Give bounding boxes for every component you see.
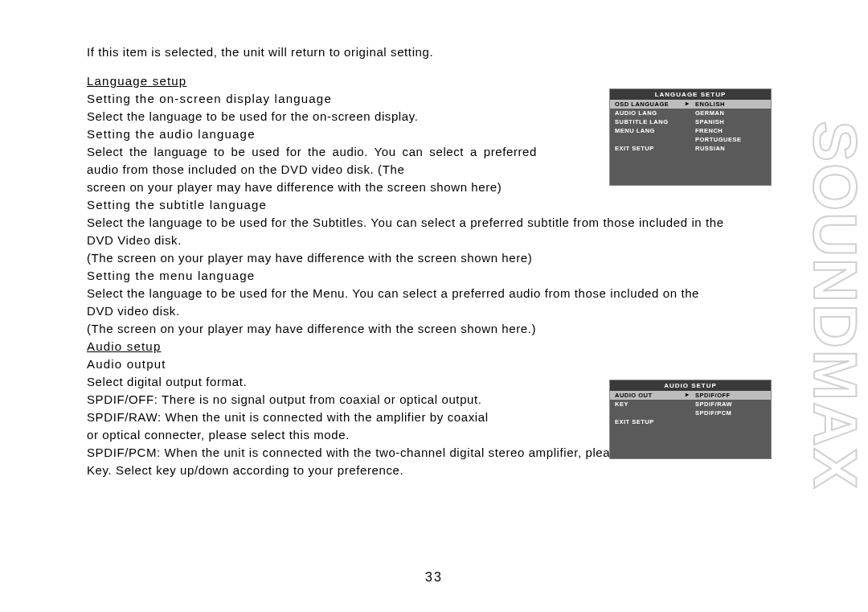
osd1-left-col: OSD LANGUAGE AUDIO LANG SUBTITLE LANG ME… xyxy=(610,100,690,153)
osd-lang-subhead: Setting the on-screen display language xyxy=(87,90,537,108)
osd2-right-col: SPDIF/OFF SPDIF/RAW SPDIF/PCM xyxy=(690,391,771,426)
audio-output-subhead: Audio output xyxy=(87,355,601,373)
audio-output-body: Select digital output format. xyxy=(87,373,601,391)
osd2-left-1: KEY xyxy=(610,400,690,409)
menu-lang-body2: (The screen on your player may have diff… xyxy=(87,320,730,338)
audio-lang-subhead: Setting the audio language xyxy=(87,125,537,143)
osd1-title: LANGUAGE SETUP xyxy=(610,89,771,100)
osd-audio-setup: AUDIO SETUP AUDIO OUT KEY EXIT SETUP SPD… xyxy=(609,380,772,459)
subtitle-lang-subhead: Setting the subtitle language xyxy=(87,196,730,214)
osd1-right-5: RUSSIAN xyxy=(690,144,771,153)
osd1-right-1: GERMAN xyxy=(690,109,771,117)
osd2-right-2: SPDIF/PCM xyxy=(690,409,771,417)
brand-logo: SOUNDMAX xyxy=(802,40,858,571)
language-setup-heading: Language setup xyxy=(87,72,730,90)
osd1-left-3: MENU LANG xyxy=(610,126,690,135)
osd1-right-3: FRENCH xyxy=(690,126,771,135)
subtitle-lang-body1: Select the language to be used for the S… xyxy=(87,214,730,249)
osd2-left-col: AUDIO OUT KEY EXIT SETUP xyxy=(610,391,690,426)
intro-text: If this item is selected, the unit will … xyxy=(87,43,730,61)
osd1-left-0: OSD LANGUAGE xyxy=(610,100,690,109)
spdif-raw2: or optical connecter, please select this… xyxy=(87,426,601,444)
osd2-left-3: EXIT SETUP xyxy=(610,417,690,426)
audio-setup-heading: Audio setup xyxy=(87,338,730,355)
osd1-left-4 xyxy=(610,135,690,144)
osd-language-setup: LANGUAGE SETUP OSD LANGUAGE AUDIO LANG S… xyxy=(609,88,772,186)
osd1-left-2: SUBTITLE LANG xyxy=(610,117,690,126)
page-number: 33 xyxy=(0,570,868,585)
key-line: Key. Select key up/down according to you… xyxy=(87,462,730,479)
menu-lang-body1: Select the language to be used for the M… xyxy=(87,285,730,320)
osd2-title: AUDIO SETUP xyxy=(610,380,771,391)
osd1-left-1: AUDIO LANG xyxy=(610,109,690,117)
osd1-right-0: ENGLISH xyxy=(690,100,771,109)
osd2-right-0: SPDIF/OFF xyxy=(690,391,771,400)
osd-lang-body: Select the language to be used for the o… xyxy=(87,108,537,125)
osd2-right-1: SPDIF/RAW xyxy=(690,400,771,409)
osd2-left-0: AUDIO OUT xyxy=(610,391,690,400)
subtitle-lang-body2: (The screen on your player may have diff… xyxy=(87,249,730,267)
spdif-off: SPDIF/OFF: There is no signal output fro… xyxy=(87,391,601,409)
svg-text:SOUNDMAX: SOUNDMAX xyxy=(802,121,858,490)
osd2-left-2 xyxy=(610,409,690,417)
menu-lang-subhead: Setting the menu language xyxy=(87,267,730,285)
audio-lang-body1: Select the language to be used for the a… xyxy=(87,143,537,179)
osd1-right-2: SPANISH xyxy=(690,117,771,126)
osd1-right-4: PORTUGUESE xyxy=(690,135,771,144)
spdif-raw1: SPDIF/RAW: When the unit is connected wi… xyxy=(87,409,601,426)
osd1-right-col: ENGLISH GERMAN SPANISH FRENCH PORTUGUESE… xyxy=(690,100,771,153)
osd1-left-5: EXIT SETUP xyxy=(610,144,690,153)
